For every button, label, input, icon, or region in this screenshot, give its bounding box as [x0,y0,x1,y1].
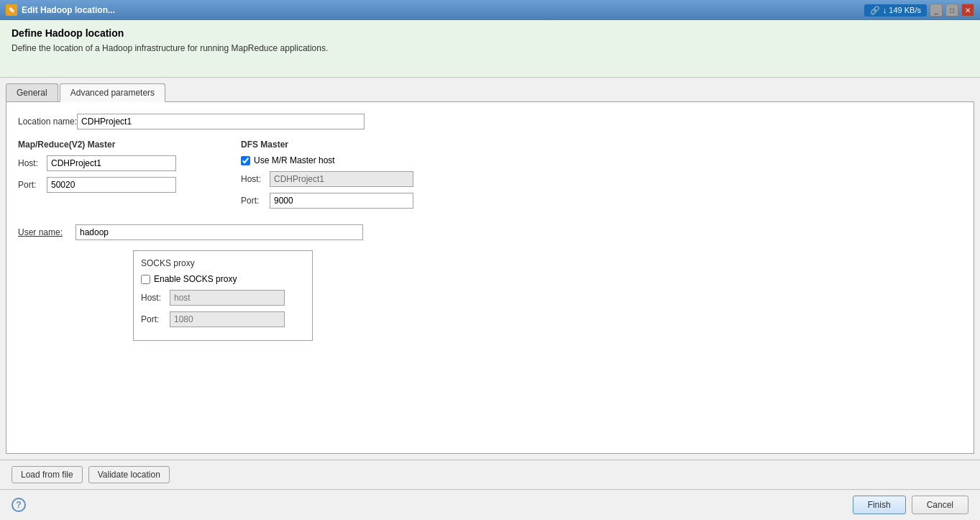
main-window: ✎ Edit Hadoop location... 🔗 ↓ 149 KB/s _… [0,0,980,520]
main-content: General Advanced parameters Location nam… [0,78,980,460]
socks-title: SOCKS proxy [141,258,305,268]
tab-advanced-parameters[interactable]: Advanced parameters [60,83,165,102]
header-area: Define Hadoop location Define the locati… [0,20,980,78]
dfs-port-label: Port: [241,196,270,206]
title-bar-controls: 🔗 ↓ 149 KB/s _ □ ✕ [864,4,974,17]
dfs-section-title: DFS Master [241,140,421,150]
use-mr-host-checkbox[interactable] [241,156,250,165]
window-title: Edit Hadoop location... [22,5,115,15]
mr-port-input[interactable] [47,177,176,193]
cancel-button[interactable]: Cancel [912,496,968,514]
tab-content: Location name: Map/Reduce(V2) Master Hos… [6,102,974,454]
mr-host-row: Host: [18,155,219,171]
location-name-row: Location name: [18,114,962,129]
dfs-port-row: Port: [241,193,421,209]
window-icon: ✎ [6,4,17,16]
validate-location-button[interactable]: Validate location [88,466,170,483]
tab-general[interactable]: General [6,83,58,101]
speed-indicator: 🔗 ↓ 149 KB/s [864,4,927,17]
mr-host-input[interactable] [47,155,176,171]
socks-port-label: Port: [141,314,170,324]
footer-bar: ? Finish Cancel [0,489,980,520]
socks-host-label: Host: [141,293,170,303]
mr-port-label: Port: [18,180,47,190]
socks-proxy-container: SOCKS proxy Enable SOCKS proxy Host: Por… [133,250,962,341]
socks-port-input[interactable] [170,311,285,327]
masters-row: Map/Reduce(V2) Master Host: Port: DFS Ma… [18,140,962,214]
dfs-checkbox-row: Use M/R Master host [241,155,421,165]
speed-label: ↓ 149 KB/s [883,6,921,14]
bottom-action-bar: Load from file Validate location [0,460,980,489]
help-button[interactable]: ? [12,498,26,512]
socks-host-input[interactable] [170,290,285,306]
enable-socks-checkbox[interactable] [141,275,150,284]
load-from-file-button[interactable]: Load from file [12,466,83,483]
mr-master-section: Map/Reduce(V2) Master Host: Port: [18,140,219,214]
dfs-host-row: Host: [241,171,421,187]
location-name-label: Location name: [18,117,77,127]
username-label: User name: [18,227,75,237]
socks-proxy-box: SOCKS proxy Enable SOCKS proxy Host: Por… [133,250,313,341]
header-title: Define Hadoop location [12,27,968,39]
title-bar-left: ✎ Edit Hadoop location... [6,4,115,16]
dfs-host-label: Host: [241,174,270,184]
dfs-host-input[interactable] [270,171,413,187]
location-name-input[interactable] [77,114,365,129]
header-subtitle: Define the location of a Hadoop infrastr… [12,43,968,53]
socks-port-row: Port: [141,311,305,327]
finish-button[interactable]: Finish [853,496,906,514]
mr-port-row: Port: [18,177,219,193]
socks-enable-row: Enable SOCKS proxy [141,274,305,284]
dfs-port-input[interactable] [270,193,413,209]
username-row: User name: [18,224,962,240]
mr-section-title: Map/Reduce(V2) Master [18,140,219,150]
chain-icon: 🔗 [870,6,880,15]
minimize-button[interactable]: _ [930,4,943,17]
title-bar: ✎ Edit Hadoop location... 🔗 ↓ 149 KB/s _… [0,0,980,20]
maximize-button[interactable]: □ [945,4,958,17]
username-input[interactable] [75,224,363,240]
footer-right-buttons: Finish Cancel [853,496,968,514]
dfs-master-section: DFS Master Use M/R Master host Host: Por… [241,140,421,214]
dfs-checkbox-label[interactable]: Use M/R Master host [254,155,335,165]
socks-checkbox-label[interactable]: Enable SOCKS proxy [154,274,237,284]
close-button[interactable]: ✕ [961,4,974,17]
socks-host-row: Host: [141,290,305,306]
mr-host-label: Host: [18,158,47,168]
tabs: General Advanced parameters [6,83,974,102]
